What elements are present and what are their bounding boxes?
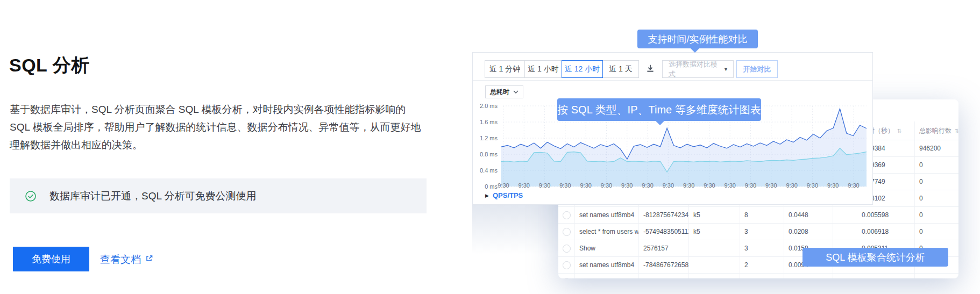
compare-mode-select[interactable]: 选择数据对比模式 ▼ xyxy=(662,60,734,78)
page-title: SQL 分析 xyxy=(9,53,90,78)
x-tick-label: 9:30 xyxy=(827,182,839,189)
tab-last-12-hours[interactable]: 近 12 小时 xyxy=(562,60,603,78)
check-circle-icon xyxy=(25,190,37,202)
sort-icon[interactable]: ⇅ xyxy=(955,128,958,134)
table-cell: 0.005598 xyxy=(833,207,914,223)
tooltip-arrow xyxy=(690,48,700,53)
x-tick-label: 9:30 xyxy=(786,182,797,189)
table-cell: 0.0448 xyxy=(784,207,833,223)
metric-select[interactable]: 总耗时 xyxy=(485,85,523,98)
sql-analysis-page: SQL 分析 基于数据库审计，SQL 分析页面聚合 SQL 模板分析，对时段内实… xyxy=(0,0,980,294)
x-tick-label: 9:30 xyxy=(539,182,550,189)
row-radio[interactable] xyxy=(563,228,571,236)
sql-analysis-chart-card: 近 1 分钟 近 1 小时 近 12 小时 近 1 天 选择数据对比模式 ▼ 开… xyxy=(472,52,873,205)
table-cell xyxy=(688,240,740,256)
column-header-label: 总影响行数 xyxy=(919,126,951,135)
row-select-cell xyxy=(558,240,574,256)
table-cell: Show xyxy=(574,240,638,256)
table-cell: 0 xyxy=(914,157,958,173)
table-cell: 1 xyxy=(740,274,784,278)
notice-banner: 数据库审计已开通，SQL 分析可免费公测使用 xyxy=(10,178,427,213)
table-cell: 0.006918 xyxy=(833,224,914,240)
table-cell: 2576157 xyxy=(638,240,688,256)
metric-select-value: 总耗时 xyxy=(490,88,509,97)
external-link-icon xyxy=(145,254,153,266)
tab-last-1-minute[interactable]: 近 1 分钟 xyxy=(485,60,525,78)
qps-tps-label: QPS/TPS xyxy=(493,191,523,199)
x-tick-label: 9:30 xyxy=(642,182,653,189)
x-tick-label: 9:30 xyxy=(725,182,736,189)
table-cell: 0.00476 xyxy=(784,274,833,278)
table-row[interactable]: select 2287749057305648...k510.004760.00… xyxy=(558,274,958,278)
compare-mode-placeholder: 选择数据对比模式 xyxy=(669,60,723,79)
download-icon[interactable] xyxy=(645,63,656,74)
table-cell: 946200 xyxy=(914,140,958,156)
table-row[interactable]: set names utf8mb4-81287567423417...k580.… xyxy=(558,207,958,224)
free-use-button[interactable]: 免费使用 xyxy=(13,247,89,271)
triangle-right-icon: ▶ xyxy=(485,193,489,198)
table-cell: k5 xyxy=(688,224,740,240)
y-tick-label: 0.8 ms xyxy=(480,151,498,157)
table-cell: k5 xyxy=(688,274,740,278)
table-cell: 8 xyxy=(740,207,784,223)
row-select-cell xyxy=(558,207,574,223)
x-tick-label: 9:30 xyxy=(745,182,756,189)
table-cell: set names utf8mb4 xyxy=(574,207,638,223)
table-cell: set names utf8mb4 xyxy=(574,257,638,273)
row-radio[interactable] xyxy=(563,245,571,253)
row-radio[interactable] xyxy=(563,211,571,219)
x-tick-label: 9:30 xyxy=(601,182,612,189)
caret-down-icon: ▼ xyxy=(723,67,728,72)
table-cell: -57494835051118... xyxy=(638,224,688,240)
table-cell: 3 xyxy=(740,240,784,256)
tooltip-template-aggregate: SQL 模板聚合统计分析 xyxy=(803,248,948,267)
table-row[interactable]: select * from users where ...-5749483505… xyxy=(558,224,958,240)
table-cell: 0 xyxy=(914,174,958,190)
tooltip-arrow xyxy=(655,120,665,125)
table-cell: 0.00476 xyxy=(833,274,914,278)
y-tick-label: 1.2 ms xyxy=(480,135,498,141)
column-header[interactable]: 总影响行数⇅ xyxy=(914,121,958,140)
x-tick-label: 9:30 xyxy=(519,182,530,189)
tab-last-1-day[interactable]: 近 1 天 xyxy=(602,60,639,78)
qps-tps-expander[interactable]: ▶ QPS/TPS xyxy=(485,191,523,199)
view-docs-label: 查看文档 xyxy=(100,253,141,267)
row-radio[interactable] xyxy=(563,261,571,269)
x-tick-label: 9:30 xyxy=(704,182,715,189)
table-cell: select * from users where ... xyxy=(574,224,638,240)
x-tick-label: 9:30 xyxy=(663,182,674,189)
row-select-cell xyxy=(558,257,574,273)
tooltip-time-compare: 支持时间/实例性能对比 xyxy=(637,30,758,48)
sort-icon[interactable]: ⇅ xyxy=(897,128,901,134)
row-select-cell xyxy=(558,224,574,240)
table-cell: 0 xyxy=(914,224,958,240)
table-cell: 287749057305648... xyxy=(638,274,688,278)
tab-last-1-hour[interactable]: 近 1 小时 xyxy=(524,60,562,78)
table-cell: 0 xyxy=(914,190,958,206)
table-cell: select 2 xyxy=(574,274,638,278)
table-cell: k5 xyxy=(688,207,740,223)
table-cell: 0.0208 xyxy=(784,224,833,240)
x-tick-label: 9:30 xyxy=(765,182,777,189)
table-cell: -81287567423417... xyxy=(638,207,688,223)
tooltip-multi-dimension: 按 SQL 类型、IP、Time 等多维度统计图表 xyxy=(557,98,761,121)
time-range-tabs: 近 1 分钟 近 1 小时 近 12 小时 近 1 天 xyxy=(485,60,639,78)
y-tick-label: 2.0 ms xyxy=(480,103,498,109)
y-tick-label: 0 ms xyxy=(485,183,498,190)
x-tick-label: 9:30 xyxy=(848,182,859,189)
row-select-cell xyxy=(558,274,574,278)
start-compare-button[interactable]: 开始对比 xyxy=(736,60,778,78)
row-radio[interactable] xyxy=(563,278,571,279)
x-tick-label: 9:30 xyxy=(580,182,591,189)
x-tick-label: 9:30 xyxy=(683,182,694,189)
table-cell: 0 xyxy=(914,274,958,278)
x-tick-label: 9:30 xyxy=(559,182,571,189)
x-tick-label: 9:30 xyxy=(807,182,818,189)
page-description: 基于数据库审计，SQL 分析页面聚合 SQL 模板分析，对时段内实例各项性能指标… xyxy=(10,101,425,154)
y-tick-label: 1.6 ms xyxy=(480,119,498,125)
card-drop-shadow xyxy=(472,205,559,254)
table-cell: -78486767265897... xyxy=(638,257,688,273)
view-docs-link[interactable]: 查看文档 xyxy=(100,252,153,267)
y-tick-label: 0.4 ms xyxy=(480,167,498,174)
table-cell xyxy=(688,257,740,273)
